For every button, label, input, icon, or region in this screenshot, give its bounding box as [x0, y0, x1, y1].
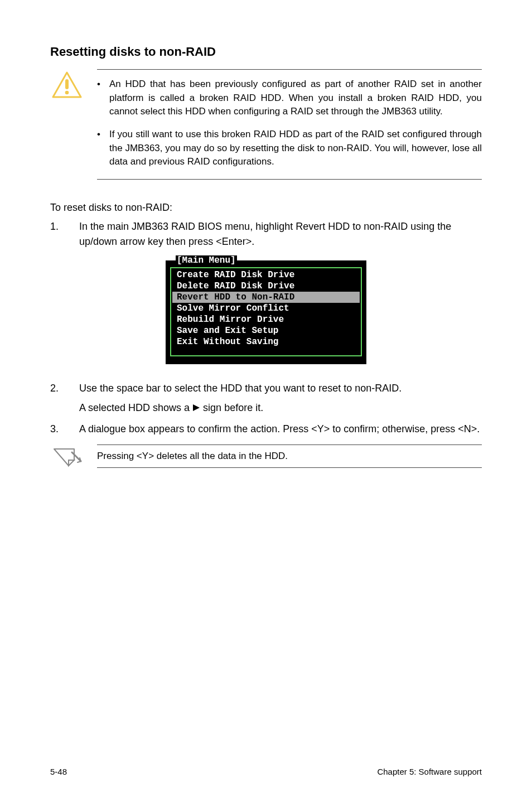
svg-point-2 [65, 91, 69, 95]
step-1: 1. In the main JMB363 RAID BIOS menu, hi… [50, 219, 482, 249]
bullet-dot: • [97, 128, 100, 169]
bios-menu-item: Delete RAID Disk Drive [171, 281, 361, 292]
warning-bullet: • If you still want to use this broken R… [97, 128, 482, 169]
svg-rect-1 [65, 79, 69, 89]
section-heading: Resetting disks to non-RAID [50, 45, 482, 59]
triangle-right-icon [192, 401, 200, 416]
step-text: sign before it. [203, 402, 263, 413]
warning-callout: • An HDD that has been previously config… [50, 69, 482, 180]
intro-text: To reset disks to non-RAID: [50, 202, 482, 214]
bios-menu-item: Save and Exit Setup [171, 325, 361, 336]
warning-text: If you still want to use this broken RAI… [109, 128, 482, 169]
warning-text: An HDD that has been previously configur… [109, 78, 482, 119]
page-number: 5-48 [50, 767, 67, 776]
step-2: 2. Use the space bar to select the HDD t… [50, 381, 482, 416]
step-text: A selected HDD shows a [79, 402, 192, 413]
bios-menu-item: Solve Mirror Conflict [171, 303, 361, 314]
bios-menu-item: Create RAID Disk Drive [171, 269, 361, 281]
page-footer: 5-48 Chapter 5: Software support [50, 767, 482, 776]
step-text: Use the space bar to select the HDD that… [79, 381, 482, 396]
step-text: In the main JMB363 RAID BIOS menu, highl… [79, 219, 482, 249]
bullet-dot: • [97, 78, 100, 119]
bios-menu: [Main Menu] Create RAID Disk Drive Delet… [166, 260, 366, 364]
bios-menu-item: Exit Without Saving [171, 336, 361, 347]
svg-marker-3 [193, 404, 200, 411]
bios-menu-title: [Main Menu] [176, 255, 237, 265]
note-icon [52, 447, 82, 471]
note-callout: Pressing <Y> deletes all the data in the… [50, 445, 482, 471]
step-number: 2. [50, 381, 66, 416]
warning-bullet: • An HDD that has been previously config… [97, 78, 482, 119]
note-text: Pressing <Y> deletes all the data in the… [97, 451, 482, 462]
bios-menu-item: Rebuild Mirror Drive [171, 314, 361, 325]
bios-menu-item-selected: Revert HDD to Non-RAID [172, 292, 360, 303]
step-number: 3. [50, 422, 66, 437]
step-text: A dialogue box appears to confirm the ac… [79, 422, 482, 437]
step-number: 1. [50, 219, 66, 249]
warning-icon [52, 71, 82, 100]
chapter-label: Chapter 5: Software support [377, 767, 482, 776]
step-3: 3. A dialogue box appears to confirm the… [50, 422, 482, 437]
